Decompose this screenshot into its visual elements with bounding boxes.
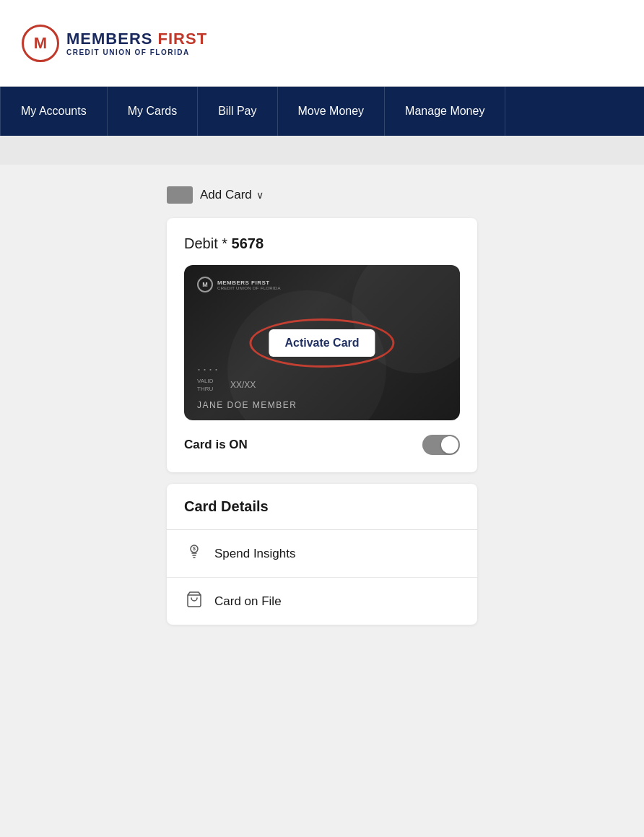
card-on-toggle-label: Card is ON [184, 438, 248, 452]
logo-circle: M [22, 25, 59, 62]
card-on-file-label: Card on File [214, 594, 282, 609]
nav-item-my-cards[interactable]: My Cards [108, 87, 198, 136]
activate-wrapper: Activate Card [249, 318, 394, 368]
card-valid-thru: VALID THRU [197, 378, 214, 393]
logo-text: MEMBERS FIRST CREDIT UNION OF FLORIDA [66, 30, 207, 56]
card-dots: ···· [197, 362, 220, 377]
card-details-title: Card Details [184, 498, 269, 514]
toggle-knob [441, 436, 458, 454]
nav-item-manage-money[interactable]: Manage Money [385, 87, 505, 136]
logo-m: M [34, 34, 47, 53]
card-brand-bottom: CREDIT UNION OF FLORIDA [217, 286, 281, 290]
nav: My Accounts My Cards Bill Pay Move Money… [0, 87, 644, 136]
brand-sub: CREDIT UNION OF FLORIDA [66, 48, 207, 56]
card-last4: 5678 [232, 235, 264, 251]
card-panel: Debit * 5678 M MEMBERS FIRST CREDIT UNIO… [167, 218, 477, 472]
card-icon [167, 186, 193, 204]
card-title-prefix: Debit * [184, 235, 232, 251]
red-oval-highlight: Activate Card [249, 318, 394, 368]
card-title: Debit * 5678 [184, 235, 460, 252]
activate-card-button[interactable]: Activate Card [269, 329, 375, 357]
brand-first: FIRST [152, 30, 207, 48]
nav-item-my-accounts[interactable]: My Accounts [0, 87, 108, 136]
nav-item-move-money[interactable]: Move Money [278, 87, 386, 136]
logo-container: M MEMBERS FIRST CREDIT UNION OF FLORIDA [22, 25, 207, 62]
card-details-panel: Card Details $ Spend Insights [167, 484, 477, 625]
card-on-toggle[interactable] [422, 435, 460, 455]
card-logo-m: M [202, 281, 208, 288]
spend-insights-icon: $ [184, 543, 204, 564]
header: M MEMBERS FIRST CREDIT UNION OF FLORIDA [0, 0, 644, 87]
add-card-button[interactable]: Add Card ∨ [200, 188, 264, 202]
spend-insights-label: Spend Insights [214, 547, 295, 561]
card-expiry: XX/XX [230, 380, 256, 390]
sub-nav [0, 136, 644, 165]
card-logo-text: MEMBERS FIRST CREDIT UNION OF FLORIDA [217, 279, 281, 290]
add-card-row: Add Card ∨ [167, 186, 477, 204]
physical-card: M MEMBERS FIRST CREDIT UNION OF FLORIDA … [184, 265, 460, 420]
nav-item-bill-pay[interactable]: Bill Pay [198, 87, 277, 136]
card-on-file-row[interactable]: Card on File [167, 578, 477, 625]
chevron-down-icon: ∨ [256, 189, 264, 201]
card-details-header: Card Details [167, 484, 477, 529]
brand-name: MEMBERS FIRST [66, 30, 207, 48]
toggle-row: Card is ON [184, 435, 460, 455]
brand-members: MEMBERS [66, 30, 152, 48]
card-holder-name: JANE DOE MEMBER [197, 400, 297, 410]
svg-text:$: $ [193, 546, 196, 552]
card-brand-top: MEMBERS FIRST [217, 279, 281, 286]
add-card-label: Add Card [200, 188, 252, 202]
card-on-file-icon [184, 591, 204, 612]
main-content: Add Card ∨ Debit * 5678 M MEMBERS FIRST … [0, 165, 644, 646]
card-logo-area: M MEMBERS FIRST CREDIT UNION OF FLORIDA [197, 277, 281, 292]
card-logo-circle: M [197, 277, 213, 292]
spend-insights-row[interactable]: $ Spend Insights [167, 530, 477, 578]
content-area: Add Card ∨ Debit * 5678 M MEMBERS FIRST … [167, 186, 477, 625]
